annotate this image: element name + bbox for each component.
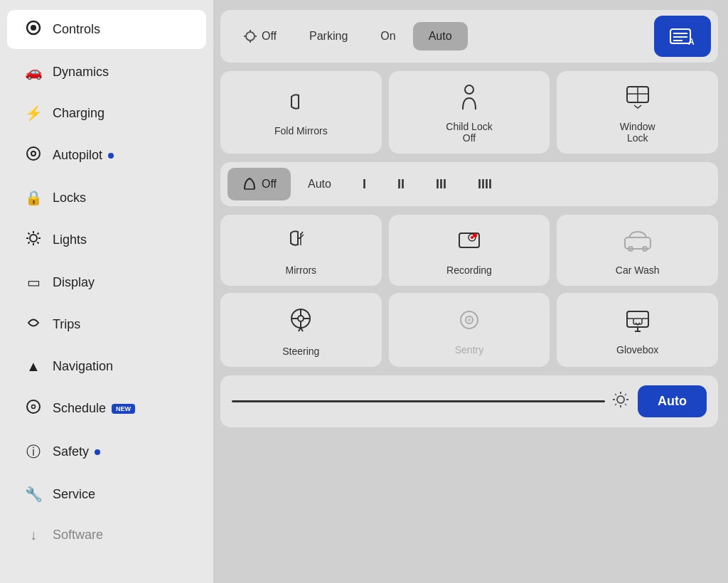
sidebar-item-display[interactable]: ▭ Display — [7, 264, 206, 301]
recording-label: Recording — [446, 264, 492, 276]
sidebar-item-lights[interactable]: Lights — [7, 220, 206, 260]
sidebar-label-safety: Safety — [53, 444, 89, 459]
lights-bar: Off Parking On Auto A — [220, 10, 718, 63]
mirror-row: Fold Mirrors Child LockOff WindowLock — [220, 71, 718, 154]
svg-point-13 — [27, 400, 40, 413]
window-lock-icon — [624, 84, 651, 115]
locks-icon: 🔒 — [24, 189, 43, 206]
lights-auto-display-icon: A — [670, 26, 695, 46]
lights-on-label: On — [380, 30, 395, 43]
lights-auto-button[interactable]: Auto — [413, 22, 468, 50]
sidebar-label-charging: Charging — [53, 106, 105, 121]
schedule-icon — [24, 399, 43, 418]
svg-rect-53 — [633, 319, 642, 324]
window-lock-tile[interactable]: WindowLock — [557, 71, 718, 154]
software-icon: ↓ — [24, 527, 43, 543]
sidebar-item-charging[interactable]: ⚡ Charging — [7, 95, 206, 132]
sidebar-item-trips[interactable]: Trips — [7, 305, 206, 344]
autopilot-icon — [24, 146, 43, 165]
svg-point-3 — [31, 151, 36, 156]
sidebar-label-navigation: Navigation — [53, 359, 113, 374]
window-lock-label: WindowLock — [620, 121, 655, 144]
sidebar-label-schedule: Schedule — [53, 401, 106, 416]
wiper-ii-button[interactable]: II — [383, 169, 419, 200]
lights-auto-label: Auto — [429, 30, 452, 43]
lights-auto-icon-button[interactable]: A — [654, 16, 711, 57]
brightness-slider-area[interactable] — [232, 391, 629, 412]
lights-parking-button[interactable]: Parking — [294, 22, 363, 50]
brightness-bar: Auto — [220, 375, 718, 427]
sidebar: Controls 🚗 Dynamics ⚡ Charging Autopilot… — [0, 0, 213, 583]
wiper-off-icon — [242, 176, 257, 192]
svg-line-11 — [37, 233, 38, 235]
wiper-iii-label: III — [436, 177, 446, 192]
child-lock-tile[interactable]: Child LockOff — [389, 71, 550, 154]
navigation-icon: ▲ — [24, 358, 43, 375]
sidebar-item-locks[interactable]: 🔒 Locks — [7, 179, 206, 216]
lights-parking-label: Parking — [309, 30, 348, 43]
lights-options: Off Parking On Auto — [228, 22, 648, 50]
sidebar-item-autopilot[interactable]: Autopilot — [7, 136, 206, 175]
glovebox-label: Glovebox — [616, 344, 658, 355]
fold-mirrors-icon — [287, 91, 314, 119]
car-wash-tile[interactable]: Car Wash — [557, 215, 718, 286]
wiper-i-button[interactable]: I — [348, 169, 380, 200]
svg-point-14 — [32, 405, 36, 409]
lights-off-label: Off — [262, 30, 277, 43]
svg-line-64 — [625, 404, 626, 405]
sidebar-label-lights: Lights — [53, 232, 87, 247]
sidebar-item-dynamics[interactable]: 🚗 Dynamics — [7, 53, 206, 90]
svg-point-58 — [617, 396, 624, 403]
lights-off-button[interactable]: Off — [228, 22, 292, 50]
autopilot-dot — [108, 153, 114, 159]
wiper-iiii-label: IIII — [478, 177, 492, 192]
steering-icon — [287, 306, 315, 340]
recording-tile[interactable]: Recording — [389, 215, 550, 286]
wiper-ii-label: II — [397, 177, 405, 192]
sidebar-item-navigation[interactable]: ▲ Navigation — [7, 348, 206, 385]
sentry-tile[interactable]: Sentry — [389, 293, 550, 367]
svg-point-42 — [298, 316, 304, 321]
svg-point-1 — [31, 25, 36, 31]
wiper-iii-button[interactable]: III — [422, 169, 461, 200]
wiper-i-label: I — [363, 177, 366, 192]
svg-point-37 — [473, 233, 477, 237]
sidebar-item-software[interactable]: ↓ Software — [7, 517, 206, 553]
fold-mirrors-tile[interactable]: Fold Mirrors — [220, 71, 382, 154]
schedule-badge: NEW — [112, 404, 135, 414]
brightness-track[interactable] — [232, 397, 605, 406]
svg-line-66 — [615, 404, 616, 405]
sidebar-label-trips: Trips — [53, 317, 80, 332]
lights-icon — [24, 230, 43, 250]
sidebar-label-controls: Controls — [53, 22, 100, 37]
sidebar-label-service: Service — [53, 487, 95, 502]
svg-point-4 — [30, 235, 37, 242]
car-wash-icon — [622, 228, 653, 259]
sidebar-item-safety[interactable]: ⓘ Safety — [7, 432, 206, 471]
sidebar-item-controls[interactable]: Controls — [7, 10, 206, 49]
brightness-slider[interactable] — [232, 400, 605, 402]
steering-tile[interactable]: Steering — [220, 293, 382, 367]
wiper-iiii-button[interactable]: IIII — [464, 169, 506, 200]
lights-on-button[interactable]: On — [365, 22, 411, 50]
trips-icon — [24, 315, 43, 334]
sidebar-item-schedule[interactable]: Schedule NEW — [7, 389, 206, 428]
wiper-auto-button[interactable]: Auto — [294, 169, 346, 199]
sidebar-label-dynamics: Dynamics — [53, 65, 109, 80]
glovebox-tile[interactable]: Glovebox — [557, 293, 718, 367]
action-tiles: Mirrors Recording — [220, 215, 718, 367]
brightness-auto-button[interactable]: Auto — [638, 385, 707, 417]
steering-label: Steering — [282, 346, 319, 357]
sidebar-label-software: Software — [53, 528, 103, 542]
sidebar-item-service[interactable]: 🔧 Service — [7, 476, 206, 513]
mirrors-tile[interactable]: Mirrors — [220, 215, 382, 286]
lights-off-icon — [243, 29, 257, 43]
sidebar-label-autopilot: Autopilot — [53, 148, 102, 163]
wiper-off-button[interactable]: Off — [228, 168, 291, 200]
svg-line-63 — [615, 394, 616, 395]
svg-point-15 — [246, 32, 255, 41]
glovebox-icon — [623, 307, 652, 338]
brightness-auto-label: Auto — [658, 394, 687, 408]
sentry-icon — [455, 307, 483, 338]
sidebar-label-display: Display — [53, 275, 95, 290]
